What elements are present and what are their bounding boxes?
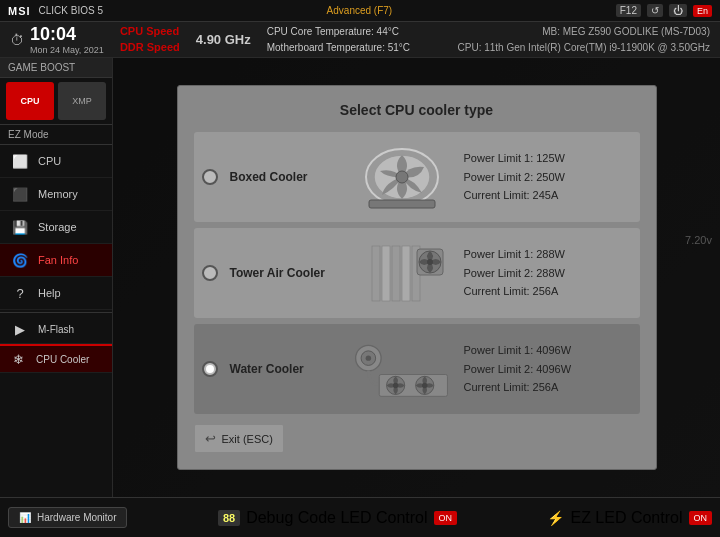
system-info: MB: MEG Z590 GODLIKE (MS-7D03) CPU: 11th… [458, 24, 710, 56]
help-nav-icon: ? [10, 285, 30, 301]
hw-monitor-label: Hardware Monitor [37, 512, 116, 523]
tower-cooler-specs: Power Limit 1: 288W Power Limit 2: 288W … [464, 245, 565, 301]
cpu-speed-label: CPU Speed [120, 24, 180, 39]
ez-mode-label: EZ Mode [0, 125, 112, 145]
sidebar-memory-label: Memory [38, 188, 78, 200]
svg-rect-7 [402, 246, 410, 301]
ddr-speed-label: DDR Speed [120, 40, 180, 55]
ez-led-label: EZ LED Control [570, 509, 682, 527]
top-bar: MSI CLICK BIOS 5 Advanced (F7) F12 ↺ ⏻ E… [0, 0, 720, 22]
svg-rect-3 [369, 200, 435, 208]
cpu-name: CPU: 11th Gen Intel(R) Core(TM) i9-11900… [458, 40, 710, 56]
language-selector[interactable]: En [693, 5, 712, 17]
svg-point-19 [422, 382, 427, 387]
memory-nav-icon: ⬛ [10, 186, 30, 202]
boxed-spec2: Power Limit 2: 250W [464, 168, 565, 187]
boxed-spec3: Current Limit: 245A [464, 186, 565, 205]
sidebar-item-memory[interactable]: ⬛ Memory [0, 178, 112, 211]
svg-point-2 [396, 171, 408, 183]
cpu-temp: CPU Core Temperature: 44°C [267, 24, 442, 40]
sidebar-mflash-label: M-Flash [38, 324, 74, 335]
game-boost-label: GAME BOOST [0, 58, 112, 78]
main-layout: GAME BOOST CPU XMP EZ Mode ⬜ CPU ⬛ Memor… [0, 58, 720, 497]
cooler-option-tower[interactable]: Tower Air Cooler [194, 228, 640, 318]
water-cooler-specs: Power Limit 1: 4096W Power Limit 2: 4096… [464, 341, 572, 397]
cpu-boost-button[interactable]: CPU [6, 82, 54, 120]
sidebar: GAME BOOST CPU XMP EZ Mode ⬜ CPU ⬛ Memor… [0, 58, 113, 497]
boxed-cooler-specs: Power Limit 1: 125W Power Limit 2: 250W … [464, 149, 565, 205]
debug-toggle[interactable]: ON [434, 511, 458, 525]
xmp-boost-button[interactable]: XMP [58, 82, 106, 120]
ghz-display: 4.90 GHz [196, 32, 251, 47]
right-side: 7.20v Select CPU cooler type Boxed Coole… [113, 58, 720, 497]
sidebar-storage-label: Storage [38, 221, 77, 233]
bios-background: 7.20v Select CPU cooler type Boxed Coole… [113, 58, 720, 497]
mflash-icon: ▶ [10, 321, 30, 337]
sidebar-item-help[interactable]: ? Help [0, 277, 112, 310]
hw-monitor-icon: 📊 [19, 512, 31, 523]
modal-title: Select CPU cooler type [194, 102, 640, 118]
water-cooler-image [352, 334, 452, 404]
sidebar-item-cpu-cooler[interactable]: ❄ CPU Cooler [0, 344, 112, 373]
tower-spec1: Power Limit 1: 288W [464, 245, 565, 264]
cooler-option-boxed[interactable]: Boxed Cooler [194, 132, 640, 222]
modal-overlay: Select CPU cooler type Boxed Cooler [113, 58, 720, 497]
clock-date: Mon 24 May, 2021 [30, 45, 104, 55]
svg-rect-5 [382, 246, 390, 301]
sidebar-help-label: Help [38, 287, 61, 299]
ez-led-toggle[interactable]: ON [689, 511, 713, 525]
svg-point-17 [392, 382, 397, 387]
temp-info: CPU Core Temperature: 44°C Motherboard T… [267, 24, 442, 56]
refresh-icon[interactable]: ↺ [647, 4, 663, 17]
ez-led-section: ⚡ EZ LED Control ON [547, 509, 712, 527]
boxed-spec1: Power Limit 1: 125W [464, 149, 565, 168]
mode-label: Advanced (F7) [327, 5, 393, 16]
sidebar-cpu-label: CPU [38, 155, 61, 167]
cooler-option-water[interactable]: Water Cooler [194, 324, 640, 414]
radio-boxed[interactable] [202, 169, 218, 185]
exit-button[interactable]: ↩ Exit (ESC) [194, 424, 284, 453]
svg-point-14 [365, 355, 370, 360]
sidebar-item-storage[interactable]: 💾 Storage [0, 211, 112, 244]
cooler-selection-modal: Select CPU cooler type Boxed Cooler [177, 85, 657, 470]
water-cooler-svg [352, 337, 452, 402]
water-spec3: Current Limit: 256A [464, 378, 572, 397]
water-spec1: Power Limit 1: 4096W [464, 341, 572, 360]
mb-temp: Motherboard Temperature: 51°C [267, 40, 442, 56]
sidebar-item-fan-info[interactable]: 🌀 Fan Info [0, 244, 112, 277]
svg-rect-6 [392, 246, 400, 301]
clock-icon: ⏱ [10, 32, 24, 48]
boxed-cooler-svg [357, 145, 447, 210]
led-bolt-icon: ⚡ [547, 510, 564, 526]
svg-point-11 [427, 259, 433, 265]
clock-time: 10:04 [30, 24, 104, 45]
boxed-cooler-image [352, 142, 452, 212]
tower-spec3: Current Limit: 256A [464, 282, 565, 301]
tower-spec2: Power Limit 2: 288W [464, 264, 565, 283]
debug-code-section: 88 Debug Code LED Control ON [137, 509, 537, 527]
debug-led-icon: 88 [218, 510, 240, 526]
second-bar: ⏱ 10:04 Mon 24 May, 2021 CPU Speed DDR S… [0, 22, 720, 58]
tower-cooler-svg [357, 241, 447, 306]
tower-cooler-image [352, 238, 452, 308]
radio-tower[interactable] [202, 265, 218, 281]
boxed-cooler-label: Boxed Cooler [230, 170, 340, 184]
exit-icon: ↩ [205, 431, 216, 446]
sidebar-item-cpu[interactable]: ⬜ CPU [0, 145, 112, 178]
boost-buttons: CPU XMP [0, 78, 112, 125]
power-icon[interactable]: ⏻ [669, 4, 687, 17]
clock-area: ⏱ 10:04 Mon 24 May, 2021 [10, 24, 104, 55]
debug-code-label: Debug Code LED Control [246, 509, 427, 527]
bottom-bar: 📊 Hardware Monitor 88 Debug Code LED Con… [0, 497, 720, 537]
sidebar-item-mflash[interactable]: ▶ M-Flash [0, 315, 112, 344]
f12-icon[interactable]: F12 [616, 4, 641, 17]
bios-title: CLICK BIOS 5 [39, 5, 103, 16]
storage-nav-icon: 💾 [10, 219, 30, 235]
tower-cooler-label: Tower Air Cooler [230, 266, 340, 280]
msi-logo: MSI [8, 5, 31, 17]
cpu-cooler-icon: ❄ [8, 351, 28, 367]
hardware-monitor-button[interactable]: 📊 Hardware Monitor [8, 507, 127, 528]
water-cooler-label: Water Cooler [230, 362, 340, 376]
sidebar-fan-label: Fan Info [38, 254, 78, 266]
radio-water[interactable] [202, 361, 218, 377]
